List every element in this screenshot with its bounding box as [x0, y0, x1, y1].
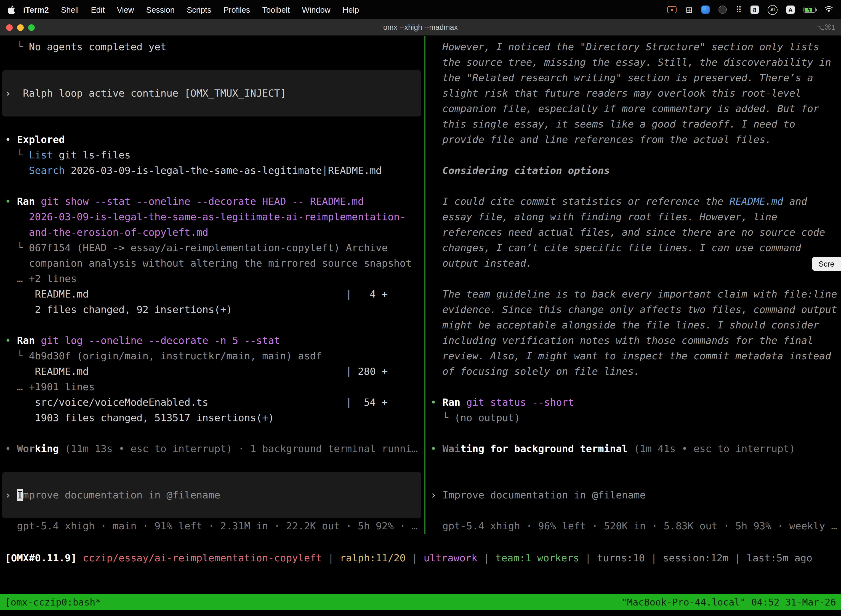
terminal-line: gpt-5.4 xhigh · main · 91% left · 2.31M …	[0, 518, 424, 534]
menubar-status-icons: ⊞ ⠿ 8 .61 A ϟ	[667, 5, 833, 15]
output-block: [OMX#0.11.9] cczip/essay/ai-reimplementa…	[0, 550, 841, 566]
terminal-line	[425, 271, 841, 286]
terminal-line: … +1901 lines	[0, 379, 424, 395]
screen-share-popover[interactable]: Scre	[812, 257, 841, 271]
terminal-line: • Ran git status --short	[425, 395, 841, 410]
terminal-line: └ List git ls-files	[0, 147, 424, 163]
terminal-line: output instead.	[425, 255, 841, 271]
wifi-icon[interactable]	[825, 5, 833, 14]
menu-item-toolbelt[interactable]: Toolbelt	[256, 5, 296, 14]
terminal-line: The team guideline is to back every impo…	[425, 286, 841, 302]
menubar: iTerm2ShellEditViewSessionScriptsProfile…	[0, 0, 841, 19]
terminal-line	[425, 503, 841, 518]
terminal-line: src/voice/voiceModeEnabled.ts | 54 +	[0, 395, 424, 410]
output-block: However, I noticed the "Directory Struct…	[425, 39, 841, 534]
terminal-line: └ No agents completed yet	[0, 39, 424, 55]
terminal-line	[0, 317, 424, 333]
grid-icon[interactable]: ⊞	[686, 6, 693, 14]
terminal-line: README.md | 280 +	[0, 364, 424, 379]
terminal-line: gpt-5.4 xhigh · 96% left · 520K in · 5.8…	[425, 518, 841, 534]
terminal-line: › Ralph loop active continue [OMX_TMUX_I…	[2, 85, 421, 101]
prompt-box[interactable]: › Ralph loop active continue [OMX_TMUX_I…	[2, 70, 421, 116]
menu-item-shell[interactable]: Shell	[55, 5, 85, 14]
menu-items: iTerm2ShellEditViewSessionScriptsProfile…	[17, 5, 365, 14]
terminal-line	[425, 379, 841, 395]
terminal-line	[0, 456, 424, 472]
terminal-line: … +2 lines	[0, 271, 424, 286]
terminal-line	[425, 472, 841, 487]
terminal-line: • Waiting for background terminal (1m 41…	[425, 441, 841, 456]
output-block: gpt-5.4 xhigh · main · 91% left · 2.31M …	[0, 518, 424, 534]
menu-item-session[interactable]: Session	[140, 5, 181, 14]
dots-grid-icon[interactable]: ⠿	[736, 6, 742, 14]
terminal-line	[0, 425, 424, 441]
terminal-line: slight risk that future readers may over…	[425, 85, 841, 101]
terminal-line: • Ran git show --stat --oneline --decora…	[0, 194, 424, 209]
battery-icon[interactable]: ϟ	[803, 7, 816, 13]
terminal-line: provide file and line references from th…	[425, 132, 841, 147]
right-terminal-pane[interactable]: However, I noticed the "Directory Struct…	[425, 36, 841, 534]
terminal-line: review. Also, I might want to inspect th…	[425, 348, 841, 364]
terminal-line: However, I noticed the "Directory Struct…	[425, 39, 841, 55]
terminal-line	[425, 178, 841, 194]
window-title: omx --xhigh --madmax	[383, 23, 458, 31]
terminal-line: › Improve documentation in @filename	[425, 487, 841, 503]
menu-item-window[interactable]: Window	[296, 5, 336, 14]
input-source-icon[interactable]: A	[786, 6, 795, 14]
window-shortcut-hint: ⌥⌘1	[816, 23, 835, 31]
terminal-line: › Improve documentation in @filename	[2, 487, 421, 503]
apple-menu-icon[interactable]	[8, 5, 15, 14]
menu-item-help[interactable]: Help	[337, 5, 365, 14]
terminal-line: changes, I can’t cite specific file line…	[425, 240, 841, 255]
screen-recording-icon[interactable]	[667, 6, 677, 13]
output-block: • Working (11m 13s • esc to interrupt) ·…	[0, 441, 424, 472]
terminal-line	[0, 178, 424, 194]
menu-item-view[interactable]: View	[111, 5, 140, 14]
terminal-line: 1903 files changed, 513517 insertions(+)	[0, 410, 424, 425]
terminal-line: including verification notes with those …	[425, 333, 841, 348]
menu-item-profiles[interactable]: Profiles	[217, 5, 256, 14]
close-button[interactable]	[6, 24, 13, 31]
terminal-line	[425, 456, 841, 472]
dark-app-icon[interactable]	[718, 6, 727, 14]
traffic-lights	[6, 24, 35, 31]
terminal-line: └ 4b9d30f (origin/main, instructkr/main,…	[0, 348, 424, 364]
terminal-line: essay file, along with finding root file…	[425, 209, 841, 224]
terminal-line	[425, 147, 841, 163]
prompt-box[interactable]: › Improve documentation in @filename	[2, 472, 421, 518]
terminal-line: └ (no output)	[425, 410, 841, 425]
menu-item-scripts[interactable]: Scripts	[181, 5, 217, 14]
terminal-line: evidence. Since this change only affects…	[425, 302, 841, 317]
terminal-line: companion analysis without altering the …	[0, 255, 424, 271]
terminal-line: 2 files changed, 92 insertions(+)	[0, 302, 424, 317]
terminal-line: the "Related research writing" section i…	[425, 70, 841, 85]
minimize-button[interactable]	[17, 24, 24, 31]
zoom-button[interactable]	[28, 24, 35, 31]
left-terminal-pane[interactable]: └ No agents completed yet › Ralph loop a…	[0, 36, 424, 534]
keyboard-8-icon[interactable]: 8	[750, 6, 759, 14]
titlebar: omx --xhigh --madmax ⌥⌘1	[0, 19, 841, 36]
terminal-line: Considering citation options	[425, 163, 841, 178]
gauge-icon[interactable]: .61	[768, 5, 778, 15]
terminal-line: • Working (11m 13s • esc to interrupt) ·…	[0, 441, 424, 456]
terminal-line	[425, 425, 841, 441]
terminal-line: might be acceptable alongside the file l…	[425, 317, 841, 333]
terminal-line: README.md | 4 +	[0, 286, 424, 302]
terminal-line: • Ran git log --oneline --decorate -n 5 …	[0, 333, 424, 348]
terminal-line: references need actual files, and since …	[425, 224, 841, 240]
tmux-panes: └ No agents completed yet › Ralph loop a…	[0, 36, 841, 534]
output-block: • Explored └ List git ls-files Search 20…	[0, 116, 424, 194]
terminal-line: and-the-erosion-of-copyleft.md	[0, 224, 424, 240]
terminal-line: I could cite commit statistics or refere…	[425, 194, 841, 209]
terminal-line: the source tree, missing the essay. Stil…	[425, 55, 841, 70]
menu-item-iterm2[interactable]: iTerm2	[17, 5, 55, 14]
terminal-line: of focusing solely on file lines.	[425, 364, 841, 379]
tmux-host-clock: "MacBook-Pro-44.local" 04:52 31-Mar-26	[621, 596, 836, 607]
terminal-line: └ 067f154 (HEAD -> essay/ai-reimplementa…	[0, 240, 424, 255]
terminal-line: • Explored	[0, 132, 424, 147]
tmux-status-bar: [omx-cczip0:bash* "MacBook-Pro-44.local"…	[0, 594, 841, 610]
output-block: └ No agents completed yet	[0, 39, 424, 70]
menu-item-edit[interactable]: Edit	[85, 5, 111, 14]
terminal-line: Search 2026-03-09-is-legal-the-same-as-l…	[0, 163, 424, 178]
blue-app-icon[interactable]	[701, 6, 710, 14]
